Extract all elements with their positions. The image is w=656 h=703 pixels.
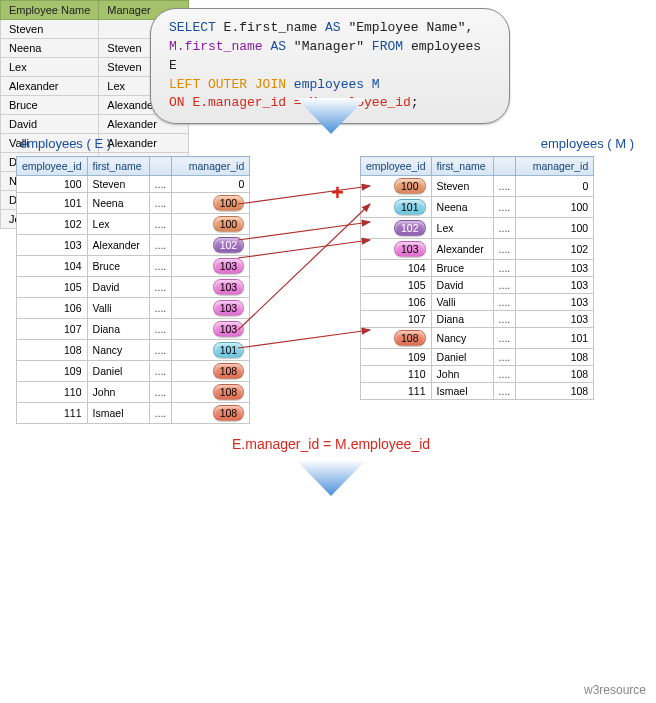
table-e-title: employees ( E ) (20, 136, 111, 151)
table-row: 104Bruce....103 (17, 256, 250, 277)
svg-line-0 (238, 186, 370, 204)
table-row: 108Nancy....101 (361, 328, 594, 349)
table-row: 102Lex....100 (17, 214, 250, 235)
sql-line2: M.first_name AS "Manager" FROM employees… (169, 38, 491, 76)
table-row: 104Bruce....103 (361, 260, 594, 277)
col-first-name: first_name (87, 157, 149, 176)
table-row: 110John....108 (17, 382, 250, 403)
join-condition-text: E.manager_id = M.employee_id (232, 436, 430, 452)
sql-line1: SELECT E.first_name AS "Employee Name", (169, 19, 491, 38)
table-row: 106Valli....103 (361, 294, 594, 311)
plus-icon: + (331, 180, 344, 206)
table-row: 105David....103 (361, 277, 594, 294)
table-row: 101Neena....100 (361, 197, 594, 218)
col-manager-id: manager_id (516, 157, 594, 176)
table-m-title: employees ( M ) (541, 136, 634, 151)
table-row: 100Steven....0 (361, 176, 594, 197)
svg-line-1 (238, 222, 370, 240)
svg-line-4 (238, 330, 370, 348)
arrow-down-icon (296, 460, 366, 496)
table-row: 105David....103 (17, 277, 250, 298)
col-employee-name: Employee Name (1, 1, 99, 20)
table-row: 106Valli....103 (17, 298, 250, 319)
table-row: 107Diana....103 (361, 311, 594, 328)
table-row: 111Ismael....108 (17, 403, 250, 424)
svg-line-3 (238, 204, 370, 330)
watermark-text: w3resource (584, 683, 646, 697)
table-row: 100Steven....0 (17, 176, 250, 193)
col-first-name: first_name (431, 157, 493, 176)
table-row: 103Alexander....102 (361, 239, 594, 260)
table-row: 109Daniel....108 (17, 361, 250, 382)
table-row: 110John....108 (361, 366, 594, 383)
svg-line-2 (238, 240, 370, 258)
sql-line3: LEFT OUTER JOIN employees M (169, 76, 491, 95)
table-row: 111Ismael....108 (361, 383, 594, 400)
table-row: 102Lex....100 (361, 218, 594, 239)
col-employee-id: employee_id (17, 157, 88, 176)
kw-select: SELECT (169, 20, 216, 35)
col-employee-id: employee_id (361, 157, 432, 176)
table-row: 107Diana....103 (17, 319, 250, 340)
employees-m-table: employee_id first_name manager_id 100Ste… (360, 156, 594, 400)
employees-e-table: employee_id first_name manager_id 100Ste… (16, 156, 250, 424)
col-manager-id: manager_id (172, 157, 250, 176)
col-gap (493, 157, 516, 176)
table-row: 109Daniel....108 (361, 349, 594, 366)
table-row: 103Alexander....102 (17, 235, 250, 256)
table-row: 108Nancy....101 (17, 340, 250, 361)
fade-overlay (0, 663, 656, 703)
col-gap (149, 157, 172, 176)
table-row: 101Neena....100 (17, 193, 250, 214)
